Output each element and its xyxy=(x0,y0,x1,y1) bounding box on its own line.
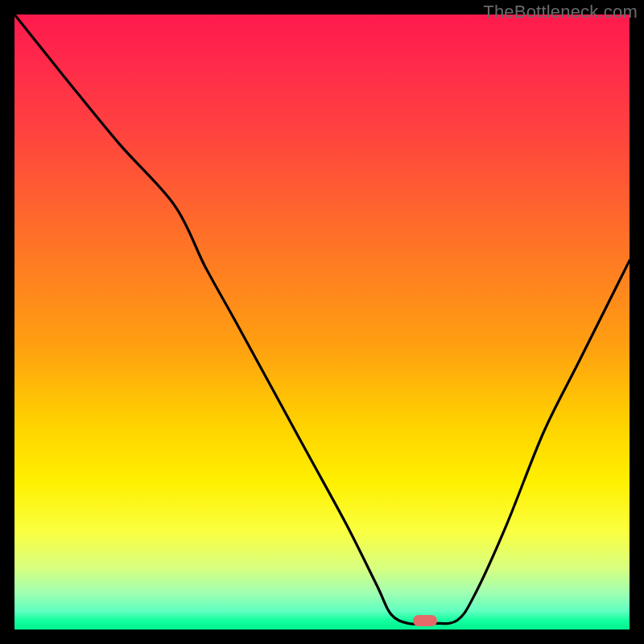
curve-path xyxy=(14,14,630,624)
bottleneck-curve xyxy=(14,14,630,630)
optimum-marker xyxy=(413,615,437,626)
